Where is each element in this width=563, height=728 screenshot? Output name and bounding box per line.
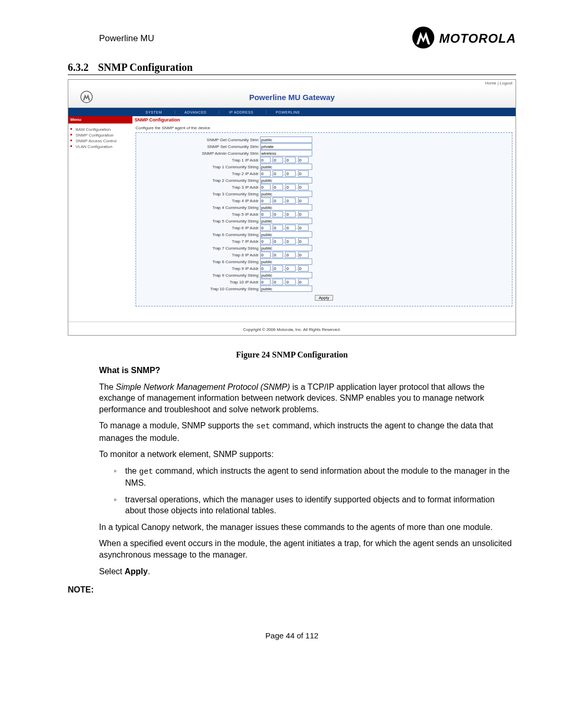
- trap-5-oct3[interactable]: [285, 211, 296, 217]
- paragraph-3: To monitor a network element, SNMP suppo…: [99, 449, 516, 460]
- trap-5-oct1[interactable]: [260, 211, 271, 217]
- paragraph-6: Select Apply.: [99, 566, 516, 577]
- trap-6-cs-input[interactable]: [260, 231, 312, 238]
- trap-8-cs-input[interactable]: [260, 258, 312, 265]
- trap-9-oct4[interactable]: [298, 265, 309, 272]
- trap-6-oct4[interactable]: [298, 225, 309, 231]
- trap-6-ip-label: Trap 6 IP Addr: [141, 226, 260, 230]
- trap-2-cs-label: Trap 2 Community String: [141, 178, 260, 183]
- trap-10-oct3[interactable]: [285, 279, 296, 285]
- trap-5-oct2[interactable]: [273, 211, 283, 217]
- trap-8-oct4[interactable]: [298, 252, 309, 258]
- trap-4-oct2[interactable]: [273, 198, 283, 204]
- svg-point-1: [81, 91, 92, 103]
- trap-4-oct4[interactable]: [298, 198, 309, 204]
- trap-9-oct3[interactable]: [285, 265, 296, 272]
- trap-7-oct2[interactable]: [273, 238, 283, 244]
- trap-5-oct4[interactable]: [298, 211, 309, 217]
- sidebar-item-vlan[interactable]: VLAN Configuration: [75, 144, 130, 150]
- trap-3-ip-label: Trap 3 IP Addr: [141, 185, 260, 190]
- trap-3-oct4[interactable]: [298, 184, 309, 190]
- page-header: Powerline MU MOTOROLA: [68, 26, 516, 51]
- menu-label: Menu: [68, 116, 132, 124]
- trap-4-cs-input[interactable]: [260, 204, 312, 211]
- trap-6-oct1[interactable]: [260, 225, 271, 231]
- set-community-label: SNMP Set Community Strin: [141, 144, 260, 149]
- trap-1-oct1[interactable]: [260, 157, 271, 163]
- snmp-form-panel: SNMP Get Community Strin SNMP Set Commun…: [136, 132, 512, 306]
- apply-button[interactable]: Apply: [315, 295, 333, 301]
- trap-10-cs-input[interactable]: [260, 286, 312, 292]
- trap-5-cs-input[interactable]: [260, 218, 312, 224]
- nav-advanced[interactable]: ADVANCED: [175, 110, 216, 114]
- nav-system[interactable]: SYSTEM: [136, 110, 172, 114]
- trap-6-cs-label: Trap 6 Community String: [141, 232, 260, 237]
- trap-10-oct2[interactable]: [273, 279, 283, 285]
- get-community-label: SNMP Get Community Strin: [141, 138, 260, 142]
- breadcrumb: SNMP Configuration: [132, 116, 516, 124]
- sidebar: BAM Configuration SNMP Configuration SNM…: [68, 124, 132, 322]
- trap-7-oct4[interactable]: [298, 238, 309, 244]
- trap-7-cs-label: Trap 7 Community String: [141, 246, 260, 251]
- trap-9-cs-label: Trap 9 Community String: [141, 273, 260, 278]
- trap-10-cs-label: Trap 10 Community String: [141, 287, 260, 291]
- trap-1-oct4[interactable]: [298, 157, 309, 163]
- trap-2-cs-input[interactable]: [260, 177, 312, 183]
- brand-logo: MOTOROLA: [412, 26, 516, 51]
- trap-8-cs-label: Trap 8 Community String: [141, 260, 260, 264]
- trap-7-ip-label: Trap 7 IP Addr: [141, 239, 260, 244]
- gateway-title: Powerline MU Gateway: [105, 93, 516, 102]
- admin-community-input[interactable]: [260, 150, 312, 156]
- sidebar-item-bam[interactable]: BAM Configuration: [75, 127, 130, 132]
- trap-3-oct2[interactable]: [273, 184, 283, 190]
- trap-1-oct2[interactable]: [273, 157, 283, 163]
- trap-10-oct1[interactable]: [260, 279, 271, 285]
- trap-9-oct2[interactable]: [273, 265, 283, 272]
- trap-8-ip-label: Trap 8 IP Addr: [141, 253, 260, 257]
- trap-6-oct3[interactable]: [285, 225, 296, 231]
- bullet-get: the get command, which instructs the age…: [114, 465, 516, 489]
- trap-6-oct2[interactable]: [273, 225, 283, 231]
- section-heading: 6.3.2SNMP Configuration: [68, 61, 516, 75]
- embedded-screenshot: Home | Logout Powerline MU Gateway SYSTE…: [68, 79, 516, 336]
- trap-2-ip-label: Trap 2 IP Addr: [141, 171, 260, 176]
- svg-point-0: [412, 27, 434, 48]
- motorola-icon: [412, 26, 435, 51]
- set-community-input[interactable]: [260, 143, 312, 150]
- trap-8-oct1[interactable]: [260, 252, 271, 258]
- trap-8-oct3[interactable]: [285, 252, 296, 258]
- trap-4-oct3[interactable]: [285, 198, 296, 204]
- trap-2-oct3[interactable]: [285, 170, 296, 177]
- copyright-text: Copyright © 2006 Motorola, Inc. All Righ…: [68, 322, 516, 335]
- trap-9-ip-label: Trap 9 IP Addr: [141, 266, 260, 271]
- trap-9-cs-input[interactable]: [260, 272, 312, 278]
- trap-4-ip-label: Trap 4 IP Addr: [141, 199, 260, 203]
- paragraph-4: In a typical Canopy network, the manager…: [99, 522, 516, 533]
- trap-3-cs-input[interactable]: [260, 191, 312, 197]
- nav-powerline[interactable]: POWERLINE: [266, 110, 310, 114]
- paragraph-2: To manage a module, SNMP supports the se…: [99, 420, 516, 443]
- trap-2-oct1[interactable]: [260, 170, 271, 177]
- trap-4-oct1[interactable]: [260, 198, 271, 204]
- trap-10-oct4[interactable]: [298, 279, 309, 285]
- trap-3-oct3[interactable]: [285, 184, 296, 190]
- get-community-input[interactable]: [260, 137, 312, 143]
- trap-8-oct2[interactable]: [273, 252, 283, 258]
- trap-1-oct3[interactable]: [285, 157, 296, 163]
- trap-2-oct2[interactable]: [273, 170, 283, 177]
- sidebar-item-snmp-config[interactable]: SNMP Configuration: [75, 132, 130, 138]
- nav-ipaddress[interactable]: IP ADDRESS: [219, 110, 263, 114]
- trap-3-oct1[interactable]: [260, 184, 271, 190]
- trap-9-oct1[interactable]: [260, 265, 271, 272]
- trap-1-ip-label: Trap 1 IP Addr: [141, 158, 260, 163]
- trap-7-oct1[interactable]: [260, 238, 271, 244]
- product-name: Powerline MU: [68, 33, 154, 44]
- trap-7-oct3[interactable]: [285, 238, 296, 244]
- trap-2-oct4[interactable]: [298, 170, 309, 177]
- trap-7-cs-input[interactable]: [260, 245, 312, 251]
- trap-1-cs-input[interactable]: [260, 164, 312, 170]
- sidebar-item-snmp-access[interactable]: SNMP Access Control: [75, 138, 130, 144]
- top-links[interactable]: Home | Logout: [68, 80, 516, 87]
- trap-5-cs-label: Trap 5 Community String: [141, 219, 260, 224]
- paragraph-5: When a specified event occurs in the mod…: [99, 538, 516, 560]
